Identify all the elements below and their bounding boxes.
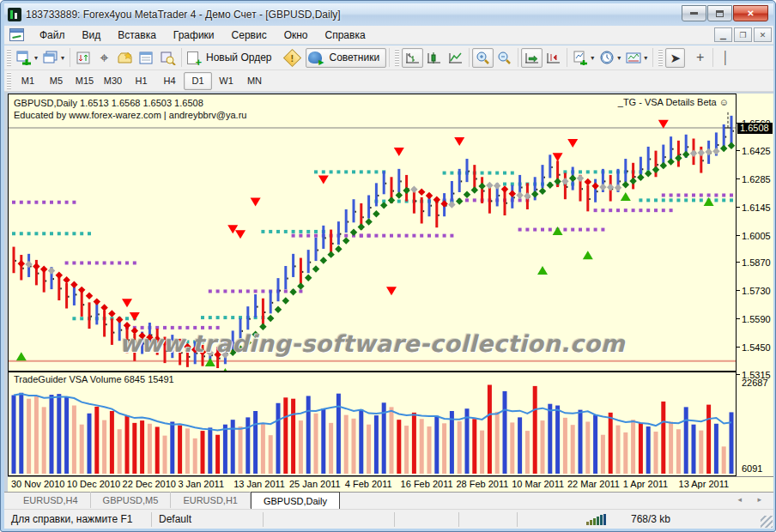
timeframe-h1[interactable]: H1: [127, 72, 155, 90]
window-title: 183733889: Forex4you MetaTrader 4 - Демо…: [26, 9, 341, 21]
navigator-button[interactable]: [114, 48, 136, 68]
dropdown-arrow-icon: ▾: [591, 54, 594, 62]
menu-5[interactable]: Окно: [276, 27, 317, 44]
date-tick-label: 30 Nov 2010: [11, 479, 64, 489]
timeframe-m15[interactable]: M15: [70, 72, 99, 90]
menu-bar: ФайлВидВставкаГрафикиСервисОкноСправка ▁…: [4, 26, 773, 45]
timeframe-m30[interactable]: M30: [99, 72, 127, 90]
timeframe-d1[interactable]: D1: [184, 72, 212, 90]
date-axis[interactable]: 30 Nov 201010 Dec 201022 Dec 20103 Jan 2…: [8, 476, 773, 492]
zoom-in-button[interactable]: [472, 48, 494, 68]
close-button[interactable]: ✕: [733, 5, 768, 21]
timeframe-w1[interactable]: W1: [212, 72, 240, 90]
restore-button[interactable]: [707, 5, 732, 21]
chart-region: GBPUSD,Daily 1.6513 1.6568 1.6503 1.6508…: [4, 92, 773, 492]
price-tick: [737, 262, 740, 263]
metaeditor-icon: !: [282, 48, 300, 66]
toolbar-grip[interactable]: [658, 49, 663, 66]
child-close-button[interactable]: ✕: [754, 27, 772, 42]
date-tick-label: 16 Feb 2011: [401, 479, 453, 489]
status-help-text: Для справки, нажмите F1: [4, 512, 152, 527]
timeframe-m5[interactable]: M5: [42, 72, 70, 90]
status-cell-empty: [518, 512, 579, 527]
price-tick-label: 1.6425: [742, 146, 771, 156]
zoom-out-button[interactable]: [494, 48, 515, 68]
minimize-button[interactable]: [682, 5, 706, 21]
date-tick-label: 10 Dec 2010: [67, 479, 120, 489]
status-profile[interactable]: Default: [152, 512, 264, 527]
price-tick-label: 1.6005: [742, 231, 771, 241]
advisors-button[interactable]: Советники: [306, 48, 387, 68]
vertical-line-button[interactable]: │: [716, 48, 736, 68]
tab-scroll-arrows[interactable]: ◂ ▸: [737, 495, 768, 504]
date-tick-label: 25 Jan 2011: [289, 479, 341, 489]
volume-axis-label: 6091: [742, 463, 762, 474]
periods-button[interactable]: ▾: [597, 48, 623, 68]
current-price-badge: 1.6508: [737, 123, 773, 134]
main-chart-panel[interactable]: GBPUSD,Daily 1.6513 1.6568 1.6503 1.6508…: [8, 94, 737, 372]
resize-grip[interactable]: [761, 516, 773, 528]
volume-panel[interactable]: TradeGuider VSA Volume 6845 15491: [8, 372, 737, 476]
chart-document-icon[interactable]: [9, 28, 24, 41]
child-minimize-button[interactable]: ▁: [714, 27, 732, 42]
status-cell-empty: [459, 512, 518, 527]
cursor-button[interactable]: ➤: [665, 48, 685, 68]
status-cell-empty: [395, 512, 459, 527]
toolbar-grip[interactable]: [395, 49, 399, 66]
menu-2[interactable]: Вставка: [109, 27, 165, 44]
date-tick-label: 4 Feb 2011: [345, 479, 392, 489]
child-restore-button[interactable]: ❐: [734, 27, 752, 42]
timeframe-mn[interactable]: MN: [240, 72, 269, 90]
price-tick-label: 1.6285: [742, 174, 771, 184]
tab-eurusd-h1[interactable]: EURUSD,H1: [171, 492, 251, 508]
strategy-tester-button[interactable]: [157, 48, 179, 68]
menu-items: ФайлВидВставкаГрафикиСервисОкноСправка: [31, 27, 374, 44]
connection-signal-icon[interactable]: [586, 514, 607, 525]
new-chart-button[interactable]: ▾: [14, 48, 40, 68]
price-tick: [737, 178, 740, 179]
price-tick: [737, 235, 740, 236]
date-tick-label: 3 Jan 2011: [178, 479, 224, 489]
date-tick-label: 22 Dec 2010: [123, 479, 176, 489]
timeframe-h4[interactable]: H4: [155, 72, 184, 90]
menu-3[interactable]: Графики: [165, 27, 223, 44]
auto-scroll-button[interactable]: [521, 48, 543, 68]
data-window-button[interactable]: ⌖: [94, 48, 114, 68]
indicators-button[interactable]: ▾: [570, 48, 597, 68]
tab-gbpusd-m5[interactable]: GBPUSD,M5: [91, 492, 172, 508]
menu-0[interactable]: Файл: [31, 27, 74, 44]
bar-chart-button[interactable]: [402, 48, 423, 68]
volume-axis-label: 22687: [742, 378, 768, 388]
volume-chart-svg[interactable]: [9, 372, 736, 475]
chart-ohlc-text: GBPUSD,Daily 1.6513 1.6568 1.6503 1.6508: [14, 97, 246, 109]
metaeditor-button[interactable]: !: [282, 48, 302, 68]
candle-chart-button[interactable]: [423, 48, 445, 68]
traffic-counter: 768/3 kb: [631, 513, 670, 525]
price-tick: [737, 318, 740, 319]
menu-4[interactable]: Сервис: [223, 27, 276, 44]
crosshair-button[interactable]: +: [690, 48, 710, 68]
menu-6[interactable]: Справка: [317, 27, 374, 44]
price-tick-label: 1.5870: [742, 257, 771, 268]
volume-header: TradeGuider VSA Volume 6845 15491: [14, 374, 174, 384]
tab-eurusd-h4[interactable]: EURUSD,H4: [11, 492, 91, 508]
toolbar-grip[interactable]: [7, 72, 11, 89]
title-bar[interactable]: 183733889: Forex4you MetaTrader 4 - Демо…: [4, 3, 773, 26]
new-order-button[interactable]: Новый Ордер: [185, 48, 278, 68]
timeframe-m1[interactable]: M1: [14, 72, 42, 90]
price-chart-svg[interactable]: [9, 94, 736, 371]
price-tick: [737, 207, 740, 208]
tab-gbpusd-daily[interactable]: GBPUSD,Daily: [251, 492, 340, 509]
line-chart-button[interactable]: [445, 48, 466, 68]
profiles-button[interactable]: ▾: [40, 48, 67, 68]
market-watch-button[interactable]: [73, 48, 94, 68]
toolbar-grip[interactable]: [7, 49, 11, 66]
chart-shift-button[interactable]: [543, 48, 564, 68]
vline-icon: │: [722, 51, 730, 63]
price-axis[interactable]: 1.65601.64251.62851.61451.60051.58701.57…: [737, 94, 773, 476]
terminal-button[interactable]: [136, 48, 157, 68]
menu-1[interactable]: Вид: [74, 27, 110, 44]
templates-button[interactable]: ▾: [623, 48, 650, 68]
dropdown-arrow-icon: ▾: [61, 54, 64, 62]
dropdown-arrow-icon: ▾: [34, 54, 38, 62]
